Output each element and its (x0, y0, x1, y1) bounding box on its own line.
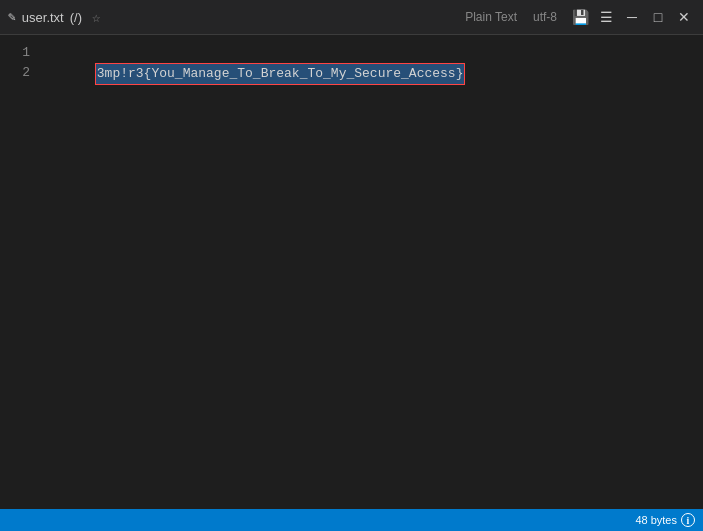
line-number-1: 1 (0, 43, 30, 63)
code-line-1: 3mp!r3{You_Manage_To_Break_To_My_Secure_… (48, 43, 703, 63)
file-name: user.txt (22, 10, 64, 25)
file-size-status: 48 bytes i (635, 513, 695, 527)
close-button[interactable]: ✕ (673, 6, 695, 28)
star-icon[interactable]: ☆ (92, 9, 100, 26)
code-area[interactable]: 3mp!r3{You_Manage_To_Break_To_My_Secure_… (40, 35, 703, 509)
minimize-button[interactable]: ─ (621, 6, 643, 28)
title-bar-center: Plain Text utf-8 (465, 10, 557, 24)
file-type-label: Plain Text (465, 10, 517, 24)
title-bar-right: 💾 ☰ ─ □ ✕ (569, 6, 695, 28)
title-bar-left: ✎ user.txt (/) ☆ (8, 9, 465, 26)
line-number-2: 2 (0, 63, 30, 83)
line-numbers: 1 2 (0, 35, 40, 509)
title-bar: ✎ user.txt (/) ☆ Plain Text utf-8 💾 ☰ ─ … (0, 0, 703, 35)
maximize-button[interactable]: □ (647, 6, 669, 28)
selected-code: 3mp!r3{You_Manage_To_Break_To_My_Secure_… (95, 63, 466, 85)
encoding-label: utf-8 (533, 10, 557, 24)
file-size-label: 48 bytes (635, 514, 677, 526)
menu-button[interactable]: ☰ (595, 6, 617, 28)
editor-area: 1 2 3mp!r3{You_Manage_To_Break_To_My_Sec… (0, 35, 703, 509)
edit-icon: ✎ (8, 9, 16, 25)
file-path: (/) (70, 10, 82, 25)
status-bar: 48 bytes i (0, 509, 703, 531)
info-icon[interactable]: i (681, 513, 695, 527)
save-button[interactable]: 💾 (569, 6, 591, 28)
